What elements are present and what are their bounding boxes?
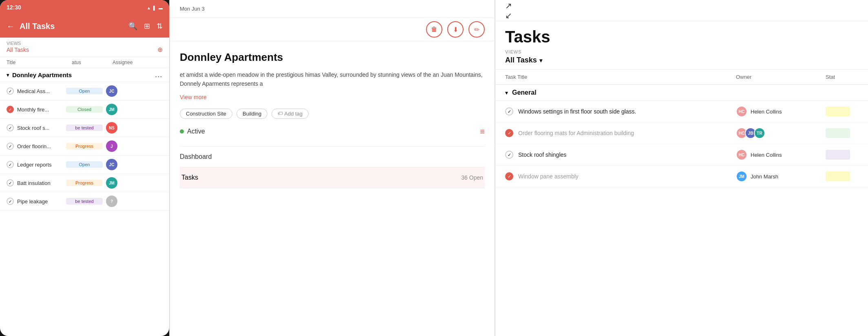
col-owner-header: Owner (736, 74, 826, 80)
battery-icon (159, 4, 163, 11)
nav-tasks[interactable]: Tasks 36 Open (180, 167, 485, 188)
owner-name-4: John Marsh (751, 174, 778, 180)
table-row[interactable]: ✓ Order floorin... Progress J (0, 137, 169, 156)
mobile-views-label: Views (7, 41, 163, 46)
views-dropdown-text: All Tasks (505, 56, 537, 65)
task-check-3[interactable]: ✓ (7, 124, 14, 131)
expand-arrows-icon[interactable]: ↗↙ (505, 1, 512, 20)
search-icon[interactable]: 🔍 (128, 22, 137, 31)
check-icon: ✓ (508, 152, 511, 158)
status-badge-1: Open (66, 88, 103, 94)
mobile-views-text: All Tasks (7, 47, 29, 53)
mobile-table-header: Title atus Assignee (0, 57, 169, 68)
owner-avatars-3: HC (736, 149, 747, 160)
download-button[interactable]: ⬇ (447, 21, 464, 38)
views-section: VIEWS All Tasks ▾ (495, 49, 868, 70)
owner-cell-4: JM John Marsh (736, 171, 826, 182)
stat-cell-2 (826, 128, 858, 138)
check-icon: ✓ (9, 199, 12, 204)
task-check-6[interactable]: ✓ (7, 179, 14, 187)
chevron-down-icon: ▾ (539, 57, 542, 64)
right-check-1[interactable]: ✓ (505, 107, 513, 116)
avatar-7: ? (106, 196, 117, 207)
tasks-count: 36 Open (461, 174, 483, 181)
status-badge-4: Progress (66, 143, 103, 149)
mobile-header: ← All Tasks 🔍 ⊞ ⇅ (0, 15, 169, 38)
delete-button[interactable]: 🗑 (426, 21, 442, 38)
right-check-4[interactable]: ✓ (505, 172, 513, 180)
stat-cell-4 (826, 171, 858, 181)
stat-cell-3 (826, 150, 858, 160)
table-row[interactable]: ✓ Stock roof shingles HC Helen Collins (495, 144, 868, 166)
view-more-link[interactable]: View more (180, 94, 207, 100)
mobile-panel: 12:30 ← All Tasks 🔍 ⊞ ⇅ Views All Tasks … (0, 0, 169, 336)
task-check-7[interactable]: ✓ (7, 198, 14, 205)
table-row[interactable]: ✓ Ledger reports Open JC (0, 156, 169, 174)
right-check-3[interactable]: ✓ (505, 151, 513, 159)
table-row[interactable]: ✓ Order flooring mats for Administration… (495, 122, 868, 144)
avatar-helen-1: HC (736, 106, 747, 117)
back-button[interactable]: ← (7, 22, 15, 31)
task-check-4[interactable]: ✓ (7, 142, 14, 150)
avatar-helen-3: HC (736, 149, 747, 160)
group-name: Donnley Apartments (12, 71, 72, 78)
table-row[interactable]: ✓ Windows settings in first floor south … (495, 101, 868, 122)
active-status: Active (180, 128, 205, 135)
expand-icon[interactable]: ▾ (7, 72, 9, 78)
table-row[interactable]: ✓ Monthly fire... Closed JM (0, 100, 169, 119)
filter-icon[interactable]: ⊕ (157, 46, 163, 53)
task-title-2: Monthly fire... (17, 107, 66, 113)
task-title-7: Pipe leakage (17, 198, 66, 205)
col-task-title-header: Task Title (505, 74, 736, 80)
table-row[interactable]: ✓ Batt insulation Progress JM (0, 174, 169, 192)
status-badge-6: Progress (66, 180, 103, 186)
status-badge-3: be tested (66, 125, 103, 131)
check-icon: ✓ (508, 174, 511, 179)
table-row[interactable]: ✓ Window pane assembly JM John Marsh (495, 166, 868, 187)
right-check-2[interactable]: ✓ (505, 129, 513, 137)
owner-cell-1: HC Helen Collins (736, 106, 826, 117)
middle-toolbar: 🗑 ⬇ ✏ (170, 18, 495, 41)
middle-content: Donnley Apartments et amidst a wide-open… (170, 41, 495, 336)
mobile-header-title: All Tasks (20, 22, 124, 31)
tag-building[interactable]: Building (236, 109, 267, 119)
right-task-title-1: Windows settings in first floor south si… (518, 108, 736, 115)
status-badge-5: Open (66, 161, 103, 168)
right-group-header: ▾ General (495, 85, 868, 101)
avatar-teal-2: TR (754, 127, 765, 139)
check-icon: ✓ (9, 144, 12, 149)
right-group-name: General (512, 89, 537, 96)
table-row[interactable]: ✓ Medical Ass... Open JC (0, 82, 169, 100)
tag-construction-site[interactable]: Construction Site (180, 109, 232, 119)
table-row[interactable]: ✓ Stock roof s... be tested NS (0, 119, 169, 137)
mobile-status-bar: 12:30 (0, 0, 169, 15)
owner-name-3: Helen Collins (751, 152, 782, 158)
active-dot (180, 129, 184, 134)
task-check-5[interactable]: ✓ (7, 161, 14, 168)
stat-cell-1 (826, 107, 858, 116)
edit-button[interactable]: ✏ (468, 21, 485, 38)
views-dropdown[interactable]: All Tasks ▾ (505, 56, 858, 65)
status-badge-2: Closed (66, 106, 103, 113)
add-tag-button[interactable]: Add tag (272, 109, 309, 119)
table-row[interactable]: ✓ Pipe leakage be tested ? (0, 192, 169, 211)
right-task-title-4: Window pane assembly (518, 173, 736, 180)
task-check-1[interactable]: ✓ (7, 87, 14, 95)
col-status-header: atus (72, 60, 113, 65)
mobile-tasks-list: ✓ Medical Ass... Open JC ✓ Monthly fire.… (0, 82, 169, 211)
group-menu[interactable]: ... (155, 71, 163, 78)
mobile-views-value: All Tasks ⊕ (7, 46, 163, 53)
nav-dashboard[interactable]: Dashboard (180, 147, 485, 167)
mobile-group-header: ▾ Donnley Apartments ... (0, 68, 169, 82)
check-icon: ✓ (9, 107, 12, 112)
group-expand-icon[interactable]: ▾ (505, 89, 508, 96)
status-badge-7: be tested (66, 198, 103, 205)
grid-icon[interactable]: ⊞ (144, 22, 150, 31)
task-check-2[interactable]: ✓ (7, 106, 14, 113)
hamburger-menu[interactable]: ≡ (480, 127, 485, 136)
avatar-5: JC (106, 159, 117, 170)
sort-icon[interactable]: ⇅ (157, 22, 163, 31)
right-task-title-3: Stock roof shingles (518, 151, 736, 158)
stat-badge-4 (826, 171, 850, 181)
project-title: Donnley Apartments (180, 51, 485, 64)
